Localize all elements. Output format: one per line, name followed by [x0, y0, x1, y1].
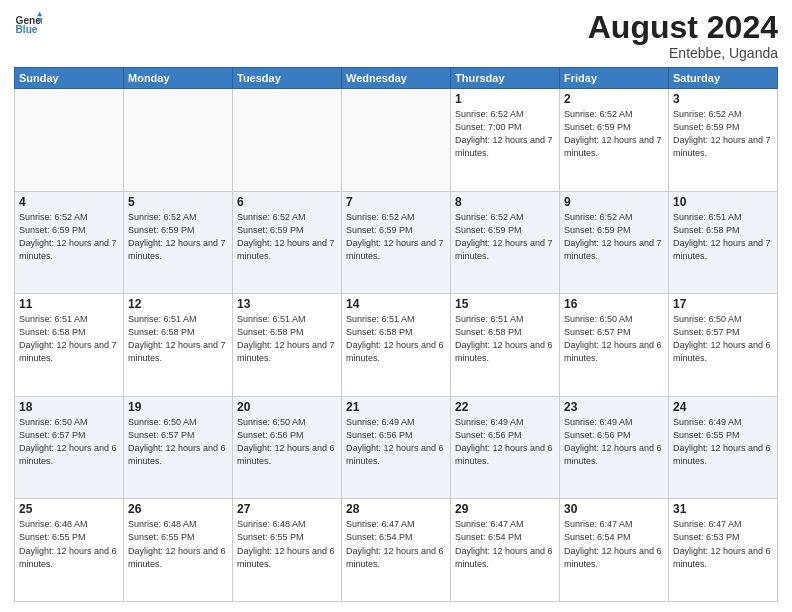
table-row: 16Sunrise: 6:50 AMSunset: 6:57 PMDayligh…	[560, 294, 669, 397]
day-number: 9	[564, 195, 664, 209]
col-saturday: Saturday	[669, 68, 778, 89]
title-block: August 2024 Entebbe, Uganda	[588, 10, 778, 61]
col-monday: Monday	[124, 68, 233, 89]
day-number: 17	[673, 297, 773, 311]
day-number: 15	[455, 297, 555, 311]
day-info: Sunrise: 6:47 AMSunset: 6:53 PMDaylight:…	[673, 518, 773, 570]
day-number: 10	[673, 195, 773, 209]
col-thursday: Thursday	[451, 68, 560, 89]
col-tuesday: Tuesday	[233, 68, 342, 89]
day-number: 3	[673, 92, 773, 106]
day-info: Sunrise: 6:50 AMSunset: 6:57 PMDaylight:…	[128, 416, 228, 468]
calendar-week-row: 1Sunrise: 6:52 AMSunset: 7:00 PMDaylight…	[15, 89, 778, 192]
header: General Blue August 2024 Entebbe, Uganda	[14, 10, 778, 61]
table-row: 11Sunrise: 6:51 AMSunset: 6:58 PMDayligh…	[15, 294, 124, 397]
day-info: Sunrise: 6:52 AMSunset: 6:59 PMDaylight:…	[455, 211, 555, 263]
table-row: 12Sunrise: 6:51 AMSunset: 6:58 PMDayligh…	[124, 294, 233, 397]
day-info: Sunrise: 6:52 AMSunset: 6:59 PMDaylight:…	[128, 211, 228, 263]
day-number: 2	[564, 92, 664, 106]
table-row: 15Sunrise: 6:51 AMSunset: 6:58 PMDayligh…	[451, 294, 560, 397]
day-info: Sunrise: 6:50 AMSunset: 6:57 PMDaylight:…	[19, 416, 119, 468]
table-row: 26Sunrise: 6:48 AMSunset: 6:55 PMDayligh…	[124, 499, 233, 602]
day-number: 26	[128, 502, 228, 516]
calendar-week-row: 4Sunrise: 6:52 AMSunset: 6:59 PMDaylight…	[15, 191, 778, 294]
table-row: 29Sunrise: 6:47 AMSunset: 6:54 PMDayligh…	[451, 499, 560, 602]
svg-marker-3	[37, 18, 42, 23]
day-info: Sunrise: 6:48 AMSunset: 6:55 PMDaylight:…	[237, 518, 337, 570]
day-info: Sunrise: 6:50 AMSunset: 6:57 PMDaylight:…	[564, 313, 664, 365]
table-row: 20Sunrise: 6:50 AMSunset: 6:56 PMDayligh…	[233, 396, 342, 499]
day-info: Sunrise: 6:48 AMSunset: 6:55 PMDaylight:…	[128, 518, 228, 570]
day-info: Sunrise: 6:47 AMSunset: 6:54 PMDaylight:…	[346, 518, 446, 570]
day-info: Sunrise: 6:49 AMSunset: 6:56 PMDaylight:…	[346, 416, 446, 468]
day-number: 23	[564, 400, 664, 414]
table-row: 30Sunrise: 6:47 AMSunset: 6:54 PMDayligh…	[560, 499, 669, 602]
table-row: 4Sunrise: 6:52 AMSunset: 6:59 PMDaylight…	[15, 191, 124, 294]
table-row: 21Sunrise: 6:49 AMSunset: 6:56 PMDayligh…	[342, 396, 451, 499]
day-number: 22	[455, 400, 555, 414]
table-row: 2Sunrise: 6:52 AMSunset: 6:59 PMDaylight…	[560, 89, 669, 192]
day-number: 8	[455, 195, 555, 209]
calendar-week-row: 25Sunrise: 6:48 AMSunset: 6:55 PMDayligh…	[15, 499, 778, 602]
table-row	[15, 89, 124, 192]
day-number: 18	[19, 400, 119, 414]
table-row: 27Sunrise: 6:48 AMSunset: 6:55 PMDayligh…	[233, 499, 342, 602]
table-row: 18Sunrise: 6:50 AMSunset: 6:57 PMDayligh…	[15, 396, 124, 499]
day-info: Sunrise: 6:51 AMSunset: 6:58 PMDaylight:…	[455, 313, 555, 365]
table-row	[233, 89, 342, 192]
day-info: Sunrise: 6:48 AMSunset: 6:55 PMDaylight:…	[19, 518, 119, 570]
table-row: 6Sunrise: 6:52 AMSunset: 6:59 PMDaylight…	[233, 191, 342, 294]
table-row: 23Sunrise: 6:49 AMSunset: 6:56 PMDayligh…	[560, 396, 669, 499]
day-info: Sunrise: 6:50 AMSunset: 6:56 PMDaylight:…	[237, 416, 337, 468]
day-info: Sunrise: 6:52 AMSunset: 6:59 PMDaylight:…	[237, 211, 337, 263]
day-info: Sunrise: 6:52 AMSunset: 6:59 PMDaylight:…	[673, 108, 773, 160]
day-number: 1	[455, 92, 555, 106]
day-number: 19	[128, 400, 228, 414]
table-row: 1Sunrise: 6:52 AMSunset: 7:00 PMDaylight…	[451, 89, 560, 192]
table-row: 7Sunrise: 6:52 AMSunset: 6:59 PMDaylight…	[342, 191, 451, 294]
day-info: Sunrise: 6:52 AMSunset: 6:59 PMDaylight:…	[564, 108, 664, 160]
day-info: Sunrise: 6:51 AMSunset: 6:58 PMDaylight:…	[19, 313, 119, 365]
day-number: 24	[673, 400, 773, 414]
table-row	[342, 89, 451, 192]
table-row: 9Sunrise: 6:52 AMSunset: 6:59 PMDaylight…	[560, 191, 669, 294]
generalblue-logo-icon: General Blue	[14, 10, 42, 38]
day-number: 29	[455, 502, 555, 516]
day-number: 12	[128, 297, 228, 311]
day-number: 21	[346, 400, 446, 414]
table-row: 13Sunrise: 6:51 AMSunset: 6:58 PMDayligh…	[233, 294, 342, 397]
day-number: 13	[237, 297, 337, 311]
day-info: Sunrise: 6:47 AMSunset: 6:54 PMDaylight:…	[564, 518, 664, 570]
day-info: Sunrise: 6:49 AMSunset: 6:56 PMDaylight:…	[564, 416, 664, 468]
day-info: Sunrise: 6:52 AMSunset: 6:59 PMDaylight:…	[346, 211, 446, 263]
day-number: 30	[564, 502, 664, 516]
calendar-header-row: Sunday Monday Tuesday Wednesday Thursday…	[15, 68, 778, 89]
day-number: 4	[19, 195, 119, 209]
day-number: 16	[564, 297, 664, 311]
day-info: Sunrise: 6:51 AMSunset: 6:58 PMDaylight:…	[346, 313, 446, 365]
day-number: 20	[237, 400, 337, 414]
col-sunday: Sunday	[15, 68, 124, 89]
logo: General Blue	[14, 10, 42, 38]
table-row: 14Sunrise: 6:51 AMSunset: 6:58 PMDayligh…	[342, 294, 451, 397]
svg-text:Blue: Blue	[16, 24, 38, 35]
day-info: Sunrise: 6:52 AMSunset: 6:59 PMDaylight:…	[19, 211, 119, 263]
table-row: 17Sunrise: 6:50 AMSunset: 6:57 PMDayligh…	[669, 294, 778, 397]
day-number: 28	[346, 502, 446, 516]
day-number: 11	[19, 297, 119, 311]
day-info: Sunrise: 6:49 AMSunset: 6:55 PMDaylight:…	[673, 416, 773, 468]
table-row: 31Sunrise: 6:47 AMSunset: 6:53 PMDayligh…	[669, 499, 778, 602]
calendar-week-row: 18Sunrise: 6:50 AMSunset: 6:57 PMDayligh…	[15, 396, 778, 499]
day-number: 7	[346, 195, 446, 209]
day-info: Sunrise: 6:51 AMSunset: 6:58 PMDaylight:…	[128, 313, 228, 365]
table-row: 19Sunrise: 6:50 AMSunset: 6:57 PMDayligh…	[124, 396, 233, 499]
day-number: 31	[673, 502, 773, 516]
page: General Blue August 2024 Entebbe, Uganda…	[0, 0, 792, 612]
table-row: 8Sunrise: 6:52 AMSunset: 6:59 PMDaylight…	[451, 191, 560, 294]
col-friday: Friday	[560, 68, 669, 89]
day-info: Sunrise: 6:52 AMSunset: 7:00 PMDaylight:…	[455, 108, 555, 160]
month-year: August 2024	[588, 10, 778, 45]
calendar-table: Sunday Monday Tuesday Wednesday Thursday…	[14, 67, 778, 602]
day-info: Sunrise: 6:47 AMSunset: 6:54 PMDaylight:…	[455, 518, 555, 570]
table-row: 10Sunrise: 6:51 AMSunset: 6:58 PMDayligh…	[669, 191, 778, 294]
